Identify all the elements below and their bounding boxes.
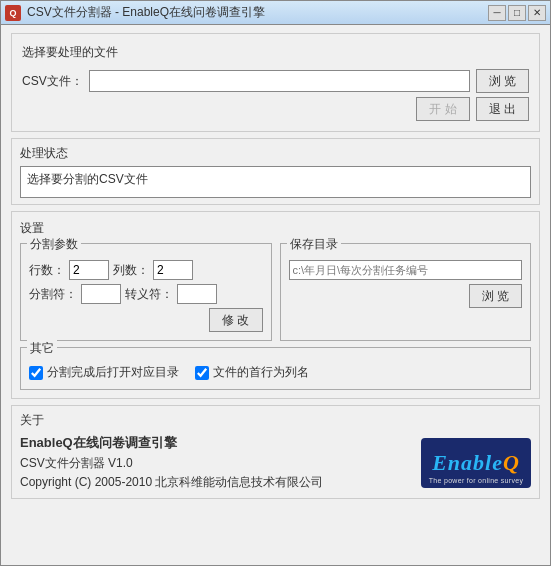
status-title: 处理状态 [20, 145, 531, 162]
about-section: 关于 EnableQ在线问卷调查引擎 CSV文件分割器 V1.0 Copyrig… [11, 405, 540, 499]
settings-inner: 分割参数 行数： 列数： 分割符： 转义符： 修 改 [20, 243, 531, 341]
window-title: CSV文件分割器 - EnableQ在线问卷调查引擎 [27, 4, 488, 21]
status-section: 处理状态 选择要分割的CSV文件 [11, 138, 540, 205]
settings-section: 设置 分割参数 行数： 列数： 分割符： 转义符： [11, 211, 540, 399]
cols-label: 列数： [113, 262, 149, 279]
delim-label: 分割符： [29, 286, 77, 303]
modify-button[interactable]: 修 改 [209, 308, 262, 332]
trans-input[interactable] [177, 284, 217, 304]
rows-label: 行数： [29, 262, 65, 279]
first-row-header-checkbox[interactable] [195, 366, 209, 380]
logo-q: Q [503, 450, 520, 475]
checkbox-item-1: 分割完成后打开对应目录 [29, 364, 179, 381]
checkbox-row: 分割完成后打开对应目录 文件的首行为列名 [29, 364, 522, 381]
other-group-title: 其它 [27, 340, 57, 357]
logo-area: EnableQ The power for online survey [421, 438, 531, 488]
checkbox-item-2: 文件的首行为列名 [195, 364, 309, 381]
save-group-title: 保存目录 [287, 236, 341, 253]
rows-input[interactable] [69, 260, 109, 280]
save-browse-button[interactable]: 浏 览 [469, 284, 522, 308]
app-icon: Q [5, 5, 21, 21]
save-group: 保存目录 浏 览 [280, 243, 532, 341]
close-button[interactable]: ✕ [528, 5, 546, 21]
delim-row: 分割符： 转义符： [29, 284, 263, 304]
save-browse-row: 浏 览 [289, 284, 523, 308]
first-row-header-label: 文件的首行为列名 [213, 364, 309, 381]
window-controls: ─ □ ✕ [488, 5, 546, 21]
save-path-input[interactable] [289, 260, 523, 280]
main-content: 选择要处理的文件 CSV文件： 浏 览 开 始 退 出 处理状态 选择要分割的C… [1, 25, 550, 565]
about-text: EnableQ在线问卷调查引擎 CSV文件分割器 V1.0 Copyright … [20, 433, 323, 492]
logo-tagline: The power for online survey [429, 477, 523, 484]
status-content: 选择要分割的CSV文件 [20, 166, 531, 198]
trans-label: 转义符： [125, 286, 173, 303]
modify-row: 修 改 [29, 308, 263, 332]
rows-row: 行数： 列数： [29, 260, 263, 280]
start-button[interactable]: 开 始 [416, 97, 469, 121]
file-section-title: 选择要处理的文件 [22, 44, 529, 61]
action-button-row: 开 始 退 出 [22, 97, 529, 121]
sub-name: CSV文件分割器 V1.0 [20, 454, 323, 473]
app-name: EnableQ在线问卷调查引擎 [20, 433, 323, 454]
open-dir-checkbox[interactable] [29, 366, 43, 380]
copyright: Copyright (C) 2005-2010 北京科维能动信息技术有限公司 [20, 473, 323, 492]
file-row: CSV文件： 浏 览 [22, 69, 529, 93]
file-section: 选择要处理的文件 CSV文件： 浏 览 开 始 退 出 [11, 33, 540, 132]
csv-label: CSV文件： [22, 73, 83, 90]
params-group-title: 分割参数 [27, 236, 81, 253]
cols-input[interactable] [153, 260, 193, 280]
logo-text: EnableQ [432, 450, 520, 476]
maximize-button[interactable]: □ [508, 5, 526, 21]
file-browse-button[interactable]: 浏 览 [476, 69, 529, 93]
logo-enable: Enable [432, 450, 503, 475]
open-dir-label: 分割完成后打开对应目录 [47, 364, 179, 381]
params-group: 分割参数 行数： 列数： 分割符： 转义符： 修 改 [20, 243, 272, 341]
about-content: EnableQ在线问卷调查引擎 CSV文件分割器 V1.0 Copyright … [20, 433, 531, 492]
exit-button[interactable]: 退 出 [476, 97, 529, 121]
minimize-button[interactable]: ─ [488, 5, 506, 21]
main-window: Q CSV文件分割器 - EnableQ在线问卷调查引擎 ─ □ ✕ 选择要处理… [0, 0, 551, 566]
settings-title: 设置 [20, 220, 531, 237]
about-title: 关于 [20, 412, 531, 429]
csv-file-input[interactable] [89, 70, 470, 92]
delim-input[interactable] [81, 284, 121, 304]
other-group: 其它 分割完成后打开对应目录 文件的首行为列名 [20, 347, 531, 390]
title-bar: Q CSV文件分割器 - EnableQ在线问卷调查引擎 ─ □ ✕ [1, 1, 550, 25]
